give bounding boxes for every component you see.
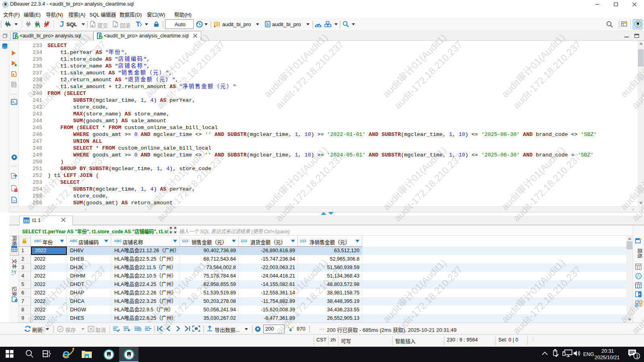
svg-text:T: T xyxy=(14,270,17,275)
svg-text:(x): (x) xyxy=(12,199,17,202)
svg-text:1: 1 xyxy=(636,354,639,359)
